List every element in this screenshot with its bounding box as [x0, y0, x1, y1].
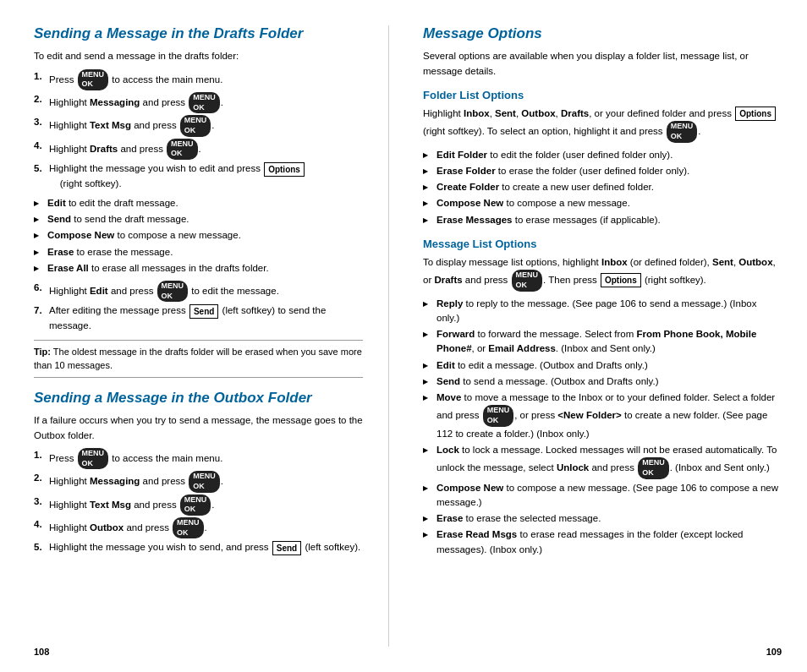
bullet-edit: Edit to edit the draft message.	[34, 196, 363, 210]
bullets1: Edit to edit the draft message. Send to …	[34, 196, 363, 276]
menu-button-icon: MENUOK	[78, 69, 109, 90]
step2-1: 1. Press MENUOK to access the main menu.	[34, 448, 363, 469]
step2-2: 2. Highlight Messaging and press MENUOK.	[34, 471, 363, 492]
menu-button-icon: MENUOK	[180, 494, 211, 516]
tip-box: Tip: The oldest message in the drafts fo…	[34, 340, 363, 378]
menu-button-icon: MENUOK	[638, 457, 669, 478]
folder-list-title: Folder List Options	[423, 89, 782, 101]
step-4: 4. Highlight Drafts and press MENUOK.	[34, 139, 363, 160]
menu-button-icon: MENUOK	[512, 270, 543, 291]
section2-title: Sending a Message in the Outbox Folder	[34, 390, 363, 407]
msglist-bullet-erase-read: Erase Read Msgs to erase read messages i…	[423, 527, 782, 557]
msglist-bullet-erase: Erase to erase the selected message.	[423, 511, 782, 526]
msglist-bullet-lock: Lock to lock a message. Locked messages …	[423, 443, 782, 479]
folder-bullet-erase-msgs: Erase Messages to erase messages (if app…	[423, 213, 782, 227]
menu-button-icon: MENUOK	[189, 471, 220, 492]
folder-bullet-create: Create Folder to create a new user defin…	[423, 180, 782, 194]
folder-bullets: Edit Folder to edit the folder (user def…	[423, 148, 782, 227]
right-section-intro: Several options are available when you d…	[423, 49, 782, 79]
page-number-left: 108	[34, 647, 49, 657]
step-3: 3. Highlight Text Msg and press MENUOK.	[34, 115, 363, 136]
step2-4: 4. Highlight Outbox and press MENUOK.	[34, 517, 363, 538]
msglist-bullet-send: Send to send a message. (Outbox and Draf…	[423, 374, 782, 389]
msglist-bullet-edit: Edit to edit a message. (Outbox and Draf…	[423, 358, 782, 373]
send-button: Send	[189, 304, 218, 319]
section1-steps-cont: 6. Highlight Edit and press MENUOK to ed…	[34, 281, 363, 333]
folder-bullet-compose: Compose New to compose a new message.	[423, 196, 782, 210]
options-button: Options	[264, 162, 305, 177]
bullet-send: Send to send the draft message.	[34, 212, 363, 227]
step2-3: 3. Highlight Text Msg and press MENUOK.	[34, 494, 363, 516]
section1-title: Sending a Message in the Drafts Folder	[34, 25, 363, 42]
step-1: 1. Press MENUOK to access the main menu.	[34, 69, 363, 90]
options-button: Options	[735, 107, 776, 121]
menu-button-icon: MENUOK	[189, 92, 220, 113]
msglist-bullet-compose: Compose New to compose a new message. (S…	[423, 481, 782, 511]
step-7: 7. After editing the message press Send …	[34, 303, 363, 333]
msglist-bullet-move: Move to move a message to the Inbox or t…	[423, 391, 782, 441]
step-6: 6. Highlight Edit and press MENUOK to ed…	[34, 281, 363, 302]
menu-button-icon: MENUOK	[667, 121, 698, 142]
menu-button-icon: MENUOK	[483, 405, 514, 426]
menu-button-icon: MENUOK	[180, 115, 211, 136]
step2-5: 5. Highlight the message you wish to sen…	[34, 540, 363, 555]
menu-button-icon: MENUOK	[167, 139, 198, 160]
msglist-intro: To display message list options, highlig…	[423, 255, 782, 292]
menu-button-icon: MENUOK	[78, 448, 109, 469]
bullet-erase: Erase to erase the message.	[34, 245, 363, 260]
folder-bullet-erase: Erase Folder to erase the folder (user d…	[423, 164, 782, 178]
left-column: Sending a Message in the Drafts Folder T…	[0, 25, 389, 647]
msglist-bullets: Reply to reply to the message. (See page…	[423, 297, 782, 557]
step-5: 5. Highlight the message you wish to edi…	[34, 161, 363, 191]
bullet-erase-all: Erase All to erase all messages in the d…	[34, 261, 363, 276]
msglist-bullet-forward: Forward to forward the message. Select f…	[423, 327, 782, 357]
page-number-right: 109	[766, 647, 782, 657]
folder-bullet-edit: Edit Folder to edit the folder (user def…	[423, 148, 782, 162]
right-section-title: Message Options	[423, 25, 782, 42]
tip-label: Tip:	[34, 347, 51, 357]
right-column: Message Options Several options are avai…	[389, 25, 807, 647]
section2-steps: 1. Press MENUOK to access the main menu.…	[34, 448, 363, 555]
section2-intro: If a failure occurs when you try to send…	[34, 413, 363, 443]
tip-text: The oldest message in the drafts folder …	[34, 347, 362, 369]
step-2: 2. Highlight Messaging and press MENUOK.	[34, 92, 363, 113]
menu-button-icon: MENUOK	[173, 517, 204, 538]
options-button: Options	[601, 273, 641, 287]
bullet-compose: Compose New to compose a new message.	[34, 228, 363, 243]
section1-steps: 1. Press MENUOK to access the main menu.…	[34, 69, 363, 191]
send-button: Send	[272, 541, 301, 555]
msglist-title: Message List Options	[423, 238, 782, 250]
folder-list-intro: Highlight Inbox, Sent, Outbox, Drafts, o…	[423, 107, 782, 143]
section1-intro: To edit and send a message in the drafts…	[34, 49, 363, 63]
msglist-bullet-reply: Reply to reply to the message. (See page…	[423, 297, 782, 326]
menu-button-icon: MENUOK	[157, 281, 189, 302]
